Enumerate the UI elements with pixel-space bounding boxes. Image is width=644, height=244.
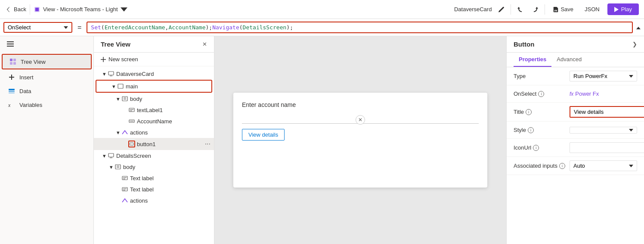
divider2: [511, 4, 511, 15]
right-panel-collapse-button[interactable]: ❯: [632, 41, 637, 47]
tree-label-button1: button1: [137, 141, 205, 147]
treeview-icon: [9, 58, 16, 65]
insert-icon: [8, 74, 15, 81]
edit-name-button[interactable]: [496, 4, 506, 15]
style-chevron-icon: [629, 129, 633, 131]
sidebar-item-insert[interactable]: Insert: [0, 70, 93, 84]
sidebar-item-variables[interactable]: x Variables: [0, 98, 93, 112]
top-bar-right: DataverseCard Save JSON: [454, 3, 639, 15]
card-view-button[interactable]: View details: [242, 129, 285, 141]
sidebar-insert-label: Insert: [19, 74, 34, 81]
tree-item-textlabel2a[interactable]: Text label: [94, 172, 214, 184]
tree-label-textlabel2b: Text label: [130, 186, 211, 193]
svg-rect-4: [7, 46, 14, 47]
prop-row-title: Title i: [507, 103, 644, 122]
svg-rect-18: [129, 108, 134, 112]
prop-onselect-value: fx Power Fx: [570, 91, 637, 97]
right-panel: Button ❯ Properties Advanced Type Run Po…: [506, 36, 644, 244]
left-sidebar: Tree View Insert Data x Variables: [0, 36, 94, 244]
prop-type-select[interactable]: Run PowerFx: [570, 71, 637, 81]
sidebar-treeview-label: Tree View: [21, 59, 46, 65]
sidebar-item-treeview[interactable]: Tree View: [2, 54, 92, 69]
card-clear-button[interactable]: ✕: [356, 115, 365, 125]
json-button[interactable]: JSON: [581, 4, 603, 14]
formula-paren1: (: [101, 24, 105, 31]
tree-header: Tree View ✕: [94, 36, 214, 53]
prop-iconurl-input[interactable]: [570, 142, 644, 153]
prop-label-type: Type: [514, 73, 570, 79]
divider3: [545, 4, 545, 15]
spacer3: [121, 141, 128, 147]
svg-rect-15: [122, 97, 127, 101]
prop-row-iconurl: IconUrl i: [507, 139, 644, 157]
tree-label-actions2: actions: [130, 197, 211, 204]
tree-more-button[interactable]: ···: [205, 140, 211, 148]
tree-item-textlabel1[interactable]: textLabel1: [94, 104, 214, 116]
spacer4: [115, 175, 121, 181]
chevron-down-icon4: ▾: [115, 129, 121, 136]
formula-fn1: Set: [91, 24, 101, 31]
prop-label-style: Style i: [514, 127, 570, 133]
tree-item-actions2[interactable]: actions: [94, 195, 214, 206]
sidebar-item-data[interactable]: Data: [0, 84, 93, 98]
tree-item-body1[interactable]: ▾ body: [94, 93, 214, 104]
chevron-down-icon3: ▾: [115, 95, 121, 102]
screen-icon2: [108, 152, 115, 159]
chevron-down-icon: ▾: [101, 70, 108, 77]
back-button[interactable]: Back: [5, 6, 26, 13]
top-bar: Back View - Microsoft Teams - Light Data…: [0, 0, 644, 19]
tree-item-dataversecard[interactable]: ▾ DataverseCard: [94, 68, 214, 79]
formula-input[interactable]: Set(EnteredAccountName, AccountName); Na…: [87, 22, 633, 33]
svg-rect-23: [130, 143, 134, 145]
tree-item-button1[interactable]: button1 ···: [94, 138, 214, 150]
type-chevron-icon: [629, 75, 633, 78]
card-preview: Enter account name ✕ View details: [233, 93, 487, 188]
spacer1: [121, 106, 128, 113]
prop-title-input[interactable]: [570, 106, 644, 118]
save-label: Save: [560, 6, 573, 13]
variables-icon: x: [8, 101, 15, 108]
tree-label-textlabel1: textLabel1: [137, 107, 211, 113]
tab-properties[interactable]: Properties: [514, 53, 551, 67]
svg-rect-5: [10, 59, 12, 61]
tree-item-detailsscreen[interactable]: ▾ DetailsScreen: [94, 150, 214, 161]
property-selector-text: OnSelect: [8, 24, 31, 31]
redo-button[interactable]: [530, 4, 540, 15]
new-screen-button[interactable]: New screen: [94, 53, 214, 66]
property-selector[interactable]: OnSelect: [3, 22, 72, 33]
hamburger-button[interactable]: [0, 36, 93, 53]
formula-collapse-button[interactable]: [636, 24, 641, 31]
prop-style-select[interactable]: [570, 127, 637, 134]
tree-close-button[interactable]: ✕: [202, 41, 207, 47]
equals-sign: =: [76, 24, 83, 31]
body-icon2: [115, 163, 121, 170]
svg-rect-28: [122, 176, 127, 180]
onselect-fx-text: Power Fx: [575, 91, 599, 97]
undo-button[interactable]: [515, 4, 526, 15]
tree-panel: Tree View ✕ New screen ▾ DataverseCard ▾: [94, 36, 214, 244]
save-button[interactable]: Save: [549, 4, 577, 14]
tab-advanced[interactable]: Advanced: [551, 53, 587, 67]
tree-item-accountname[interactable]: AccountName: [94, 116, 214, 127]
tree-item-actions1[interactable]: ▾ actions: [94, 127, 214, 138]
tree-item-textlabel2b[interactable]: Text label: [94, 184, 214, 195]
teams-icon: [34, 6, 40, 13]
right-panel-title: Button: [514, 41, 534, 48]
prop-row-type: Type Run PowerFx: [507, 67, 644, 85]
back-icon: [5, 6, 12, 13]
tree-label-main: main: [126, 83, 208, 90]
view-selector[interactable]: View - Microsoft Teams - Light: [34, 6, 127, 13]
iconurl-info-icon: i: [533, 145, 539, 151]
prop-associated-inputs-select[interactable]: Auto: [570, 160, 637, 171]
button-icon: [128, 141, 135, 147]
svg-text:x: x: [8, 102, 11, 108]
svg-rect-24: [108, 153, 114, 157]
tree-item-main[interactable]: ▾ main: [96, 80, 212, 93]
style-info-icon: i: [528, 127, 534, 133]
play-button[interactable]: Play: [607, 3, 639, 15]
svg-rect-7: [10, 62, 12, 65]
formula-paren3: (: [239, 24, 243, 31]
tree-item-body2[interactable]: ▾ body: [94, 161, 214, 172]
svg-rect-13: [108, 72, 114, 75]
svg-rect-31: [122, 188, 127, 191]
